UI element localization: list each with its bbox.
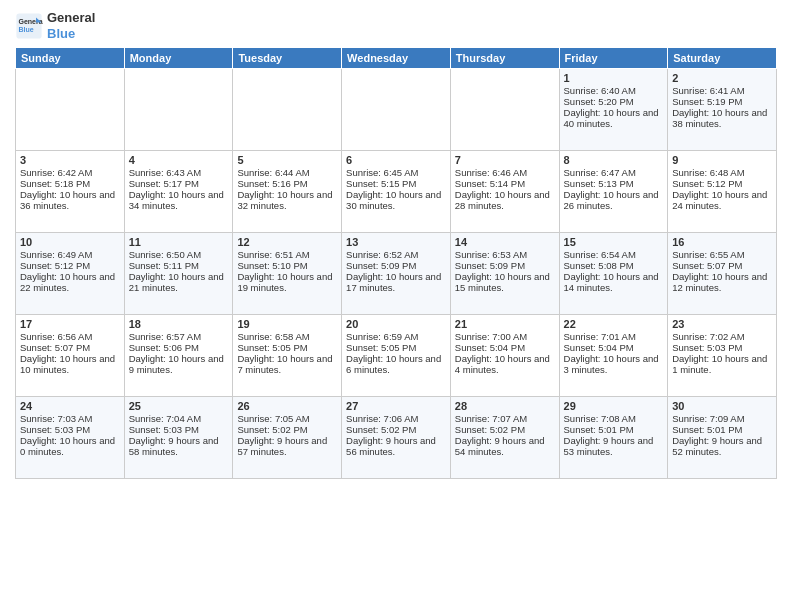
daylight-label: Daylight: 10 hours and 36 minutes. xyxy=(20,189,115,211)
sunset-label: Sunset: 5:01 PM xyxy=(672,424,742,435)
daylight-label: Daylight: 10 hours and 10 minutes. xyxy=(20,353,115,375)
sunset-label: Sunset: 5:04 PM xyxy=(455,342,525,353)
calendar-week: 17 Sunrise: 6:56 AM Sunset: 5:07 PM Dayl… xyxy=(16,315,777,397)
daylight-label: Daylight: 10 hours and 7 minutes. xyxy=(237,353,332,375)
calendar-cell xyxy=(233,69,342,151)
svg-text:Blue: Blue xyxy=(19,26,34,33)
calendar-cell: 7 Sunrise: 6:46 AM Sunset: 5:14 PM Dayli… xyxy=(450,151,559,233)
header: General Blue General Blue xyxy=(15,10,777,41)
sunrise-label: Sunrise: 6:42 AM xyxy=(20,167,92,178)
calendar-cell: 22 Sunrise: 7:01 AM Sunset: 5:04 PM Dayl… xyxy=(559,315,668,397)
day-header: Wednesday xyxy=(342,48,451,69)
sunrise-label: Sunrise: 6:40 AM xyxy=(564,85,636,96)
sunrise-label: Sunrise: 6:47 AM xyxy=(564,167,636,178)
sunrise-label: Sunrise: 7:05 AM xyxy=(237,413,309,424)
day-number: 9 xyxy=(672,154,772,166)
sunset-label: Sunset: 5:05 PM xyxy=(346,342,416,353)
calendar-cell: 27 Sunrise: 7:06 AM Sunset: 5:02 PM Dayl… xyxy=(342,397,451,479)
day-number: 25 xyxy=(129,400,229,412)
day-number: 13 xyxy=(346,236,446,248)
sunrise-label: Sunrise: 6:58 AM xyxy=(237,331,309,342)
calendar-cell: 16 Sunrise: 6:55 AM Sunset: 5:07 PM Dayl… xyxy=(668,233,777,315)
day-number: 18 xyxy=(129,318,229,330)
sunrise-label: Sunrise: 7:04 AM xyxy=(129,413,201,424)
daylight-label: Daylight: 10 hours and 9 minutes. xyxy=(129,353,224,375)
day-number: 30 xyxy=(672,400,772,412)
sunset-label: Sunset: 5:11 PM xyxy=(129,260,199,271)
daylight-label: Daylight: 10 hours and 26 minutes. xyxy=(564,189,659,211)
sunrise-label: Sunrise: 6:44 AM xyxy=(237,167,309,178)
calendar-cell: 5 Sunrise: 6:44 AM Sunset: 5:16 PM Dayli… xyxy=(233,151,342,233)
daylight-label: Daylight: 10 hours and 34 minutes. xyxy=(129,189,224,211)
day-number: 5 xyxy=(237,154,337,166)
day-header: Thursday xyxy=(450,48,559,69)
day-number: 2 xyxy=(672,72,772,84)
sunset-label: Sunset: 5:08 PM xyxy=(564,260,634,271)
daylight-label: Daylight: 10 hours and 21 minutes. xyxy=(129,271,224,293)
calendar-cell: 28 Sunrise: 7:07 AM Sunset: 5:02 PM Dayl… xyxy=(450,397,559,479)
calendar-cell: 13 Sunrise: 6:52 AM Sunset: 5:09 PM Dayl… xyxy=(342,233,451,315)
daylight-label: Daylight: 10 hours and 22 minutes. xyxy=(20,271,115,293)
calendar-cell: 26 Sunrise: 7:05 AM Sunset: 5:02 PM Dayl… xyxy=(233,397,342,479)
daylight-label: Daylight: 9 hours and 52 minutes. xyxy=(672,435,762,457)
sunset-label: Sunset: 5:07 PM xyxy=(20,342,90,353)
sunset-label: Sunset: 5:14 PM xyxy=(455,178,525,189)
sunrise-label: Sunrise: 6:51 AM xyxy=(237,249,309,260)
sunrise-label: Sunrise: 6:56 AM xyxy=(20,331,92,342)
daylight-label: Daylight: 10 hours and 38 minutes. xyxy=(672,107,767,129)
sunrise-label: Sunrise: 7:02 AM xyxy=(672,331,744,342)
sunset-label: Sunset: 5:16 PM xyxy=(237,178,307,189)
sunrise-label: Sunrise: 7:09 AM xyxy=(672,413,744,424)
calendar-week: 24 Sunrise: 7:03 AM Sunset: 5:03 PM Dayl… xyxy=(16,397,777,479)
sunrise-label: Sunrise: 6:59 AM xyxy=(346,331,418,342)
daylight-label: Daylight: 9 hours and 58 minutes. xyxy=(129,435,219,457)
daylight-label: Daylight: 10 hours and 0 minutes. xyxy=(20,435,115,457)
calendar-cell: 14 Sunrise: 6:53 AM Sunset: 5:09 PM Dayl… xyxy=(450,233,559,315)
day-number: 3 xyxy=(20,154,120,166)
day-number: 14 xyxy=(455,236,555,248)
calendar-cell: 21 Sunrise: 7:00 AM Sunset: 5:04 PM Dayl… xyxy=(450,315,559,397)
calendar-cell: 2 Sunrise: 6:41 AM Sunset: 5:19 PM Dayli… xyxy=(668,69,777,151)
logo: General Blue General Blue xyxy=(15,10,95,41)
sunset-label: Sunset: 5:01 PM xyxy=(564,424,634,435)
day-number: 15 xyxy=(564,236,664,248)
sunset-label: Sunset: 5:12 PM xyxy=(672,178,742,189)
daylight-label: Daylight: 10 hours and 28 minutes. xyxy=(455,189,550,211)
day-number: 6 xyxy=(346,154,446,166)
day-number: 11 xyxy=(129,236,229,248)
day-number: 1 xyxy=(564,72,664,84)
page: General Blue General Blue SundayMondayTu… xyxy=(0,0,792,612)
sunset-label: Sunset: 5:03 PM xyxy=(672,342,742,353)
sunset-label: Sunset: 5:04 PM xyxy=(564,342,634,353)
day-number: 22 xyxy=(564,318,664,330)
calendar-cell: 8 Sunrise: 6:47 AM Sunset: 5:13 PM Dayli… xyxy=(559,151,668,233)
calendar-week: 10 Sunrise: 6:49 AM Sunset: 5:12 PM Dayl… xyxy=(16,233,777,315)
daylight-label: Daylight: 9 hours and 53 minutes. xyxy=(564,435,654,457)
sunset-label: Sunset: 5:09 PM xyxy=(346,260,416,271)
daylight-label: Daylight: 10 hours and 6 minutes. xyxy=(346,353,441,375)
sunrise-label: Sunrise: 6:50 AM xyxy=(129,249,201,260)
calendar-cell xyxy=(124,69,233,151)
logo-icon: General Blue xyxy=(15,12,43,40)
sunrise-label: Sunrise: 6:49 AM xyxy=(20,249,92,260)
day-number: 29 xyxy=(564,400,664,412)
daylight-label: Daylight: 9 hours and 56 minutes. xyxy=(346,435,436,457)
day-number: 8 xyxy=(564,154,664,166)
day-header: Tuesday xyxy=(233,48,342,69)
daylight-label: Daylight: 9 hours and 57 minutes. xyxy=(237,435,327,457)
calendar-cell: 20 Sunrise: 6:59 AM Sunset: 5:05 PM Dayl… xyxy=(342,315,451,397)
sunrise-label: Sunrise: 7:08 AM xyxy=(564,413,636,424)
sunset-label: Sunset: 5:02 PM xyxy=(237,424,307,435)
daylight-label: Daylight: 10 hours and 15 minutes. xyxy=(455,271,550,293)
daylight-label: Daylight: 10 hours and 12 minutes. xyxy=(672,271,767,293)
calendar-cell: 25 Sunrise: 7:04 AM Sunset: 5:03 PM Dayl… xyxy=(124,397,233,479)
day-number: 17 xyxy=(20,318,120,330)
calendar-cell: 24 Sunrise: 7:03 AM Sunset: 5:03 PM Dayl… xyxy=(16,397,125,479)
calendar-cell: 19 Sunrise: 6:58 AM Sunset: 5:05 PM Dayl… xyxy=(233,315,342,397)
sunset-label: Sunset: 5:06 PM xyxy=(129,342,199,353)
sunrise-label: Sunrise: 6:45 AM xyxy=(346,167,418,178)
day-number: 16 xyxy=(672,236,772,248)
sunset-label: Sunset: 5:13 PM xyxy=(564,178,634,189)
day-number: 21 xyxy=(455,318,555,330)
daylight-label: Daylight: 9 hours and 54 minutes. xyxy=(455,435,545,457)
